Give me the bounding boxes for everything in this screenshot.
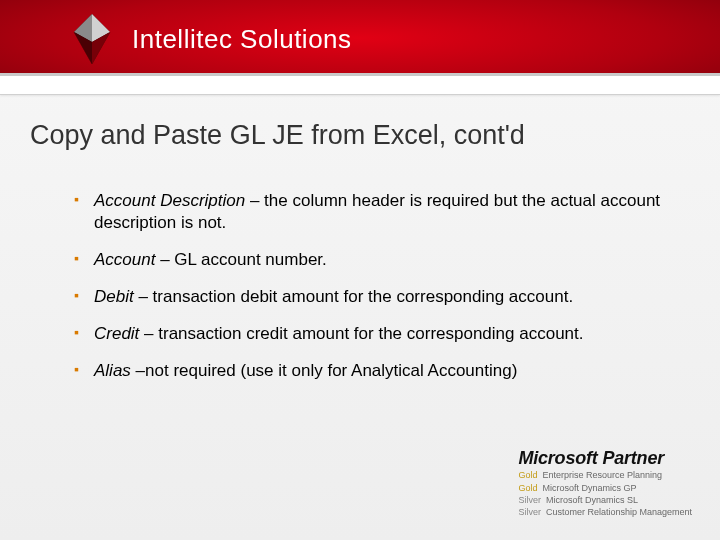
partner-line: Silver Customer Relationship Management [518, 506, 692, 518]
brand: Intellitec Solutions [70, 12, 352, 66]
logo-icon [70, 12, 114, 66]
partner-tier: Gold [518, 482, 537, 494]
list-item: Account – GL account number. [74, 249, 670, 271]
bullet-rest: –not required (use it only for Analytica… [131, 361, 518, 380]
partner-line: Silver Microsoft Dynamics SL [518, 494, 692, 506]
bullet-rest: – transaction debit amount for the corre… [134, 287, 573, 306]
list-item: Debit – transaction debit amount for the… [74, 286, 670, 308]
slide: Intellitec Solutions Copy and Paste GL J… [0, 0, 720, 540]
list-item: Credit – transaction credit amount for t… [74, 323, 670, 345]
slide-title: Copy and Paste GL JE from Excel, cont'd [30, 120, 690, 151]
list-item: Account Description – the column header … [74, 190, 670, 234]
bullet-rest: – transaction credit amount for the corr… [139, 324, 583, 343]
partner-product: Microsoft Dynamics GP [542, 482, 636, 494]
partner-line: Gold Enterprise Resource Planning [518, 469, 692, 481]
bullet-rest: – GL account number. [155, 250, 326, 269]
partner-tier: Silver [518, 506, 541, 518]
bullet-lead: Account Description [94, 191, 245, 210]
partner-product: Enterprise Resource Planning [542, 469, 662, 481]
partner-tier: Gold [518, 469, 537, 481]
bullet-lead: Account [94, 250, 155, 269]
bullet-list: Account Description – the column header … [74, 190, 670, 398]
partner-title: Microsoft Partner [518, 448, 692, 469]
partner-product: Customer Relationship Management [546, 506, 692, 518]
brand-name: Intellitec Solutions [132, 24, 352, 55]
list-item: Alias –not required (use it only for Ana… [74, 360, 670, 382]
bullet-lead: Alias [94, 361, 131, 380]
partner-badge: Microsoft Partner Gold Enterprise Resour… [518, 448, 692, 518]
bullet-lead: Debit [94, 287, 134, 306]
partner-product: Microsoft Dynamics SL [546, 494, 638, 506]
partner-tier: Silver [518, 494, 541, 506]
bullet-lead: Credit [94, 324, 139, 343]
partner-line: Gold Microsoft Dynamics GP [518, 482, 692, 494]
